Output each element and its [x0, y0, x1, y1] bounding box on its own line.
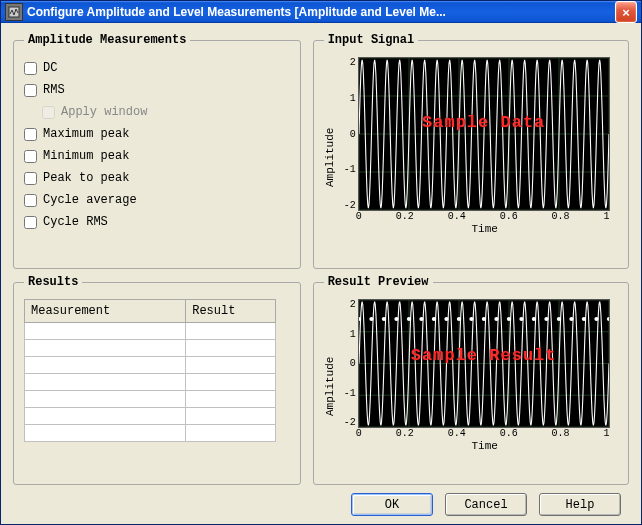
svg-point-41: [581, 317, 585, 321]
x-tick: 0: [356, 428, 362, 440]
minimum-peak-checkbox-row[interactable]: Minimum peak: [24, 145, 290, 167]
svg-point-38: [544, 317, 548, 321]
svg-point-30: [444, 317, 448, 321]
close-button[interactable]: ×: [615, 1, 637, 23]
apply-window-checkbox-row: Apply window: [42, 101, 290, 123]
y-tick: 0: [338, 129, 356, 140]
results-table[interactable]: Measurement Result: [24, 299, 276, 442]
svg-point-28: [419, 317, 423, 321]
table-row[interactable]: [25, 374, 276, 391]
x-tick: 0.6: [500, 211, 518, 223]
maximum-peak-label: Maximum peak: [43, 127, 129, 141]
svg-point-27: [406, 317, 410, 321]
minimum-peak-label: Minimum peak: [43, 149, 129, 163]
dialog-window: Configure Amplitude and Level Measuremen…: [0, 0, 642, 525]
result-preview-legend: Result Preview: [324, 275, 433, 289]
input-signal-chart: Amplitude210-1-2Sample Data00.20.40.60.8…: [324, 57, 610, 237]
results-tbody: [25, 323, 276, 442]
input-signal-group: Input Signal Amplitude210-1-2Sample Data…: [313, 33, 629, 269]
x-axis-label: Time: [338, 223, 610, 237]
plot-area: Sample Data: [358, 57, 610, 211]
svg-point-32: [469, 317, 473, 321]
result-preview-group: Result Preview Amplitude210-1-2Sample Re…: [313, 275, 629, 485]
window-title: Configure Amplitude and Level Measuremen…: [27, 5, 615, 19]
rms-label: RMS: [43, 83, 65, 97]
x-tick: 0.8: [552, 211, 570, 223]
svg-point-33: [481, 317, 485, 321]
x-tick: 1: [604, 428, 610, 440]
x-tick: 0.6: [500, 428, 518, 440]
peak-to-peak-label: Peak to peak: [43, 171, 129, 185]
results-header-measurement[interactable]: Measurement: [25, 300, 186, 323]
y-tick: 1: [338, 93, 356, 104]
svg-point-36: [519, 317, 523, 321]
minimum-peak-checkbox[interactable]: [24, 150, 37, 163]
amplitude-measurements-group: Amplitude Measurements DC RMS Apply wind…: [13, 33, 301, 269]
results-legend: Results: [24, 275, 82, 289]
y-tick: 2: [338, 299, 356, 310]
y-tick: -2: [338, 417, 356, 428]
y-tick: 0: [338, 358, 356, 369]
svg-point-25: [381, 317, 385, 321]
table-row[interactable]: [25, 323, 276, 340]
table-row[interactable]: [25, 357, 276, 374]
results-header-result[interactable]: Result: [186, 300, 276, 323]
svg-point-40: [569, 317, 573, 321]
apply-window-label: Apply window: [61, 105, 147, 119]
y-axis-label: Amplitude: [324, 299, 338, 454]
cycle-average-checkbox-row[interactable]: Cycle average: [24, 189, 290, 211]
peak-to-peak-checkbox[interactable]: [24, 172, 37, 185]
dc-label: DC: [43, 61, 57, 75]
app-icon: [5, 3, 23, 21]
ok-button[interactable]: OK: [351, 493, 433, 516]
svg-point-37: [531, 317, 535, 321]
svg-point-24: [369, 317, 373, 321]
svg-point-29: [431, 317, 435, 321]
svg-point-34: [494, 317, 498, 321]
plot-area: Sample Result: [358, 299, 610, 428]
table-row[interactable]: [25, 391, 276, 408]
table-row[interactable]: [25, 425, 276, 442]
cycle-average-checkbox[interactable]: [24, 194, 37, 207]
titlebar[interactable]: Configure Amplitude and Level Measuremen…: [1, 1, 641, 23]
maximum-peak-checkbox[interactable]: [24, 128, 37, 141]
cycle-average-label: Cycle average: [43, 193, 137, 207]
x-tick: 0.4: [448, 211, 466, 223]
maximum-peak-checkbox-row[interactable]: Maximum peak: [24, 123, 290, 145]
x-axis-label: Time: [338, 440, 610, 454]
cycle-rms-checkbox[interactable]: [24, 216, 37, 229]
dc-checkbox-row[interactable]: DC: [24, 57, 290, 79]
x-tick: 1: [604, 211, 610, 223]
dc-checkbox[interactable]: [24, 62, 37, 75]
rms-checkbox[interactable]: [24, 84, 37, 97]
y-tick: -2: [338, 200, 356, 211]
y-axis-label: Amplitude: [324, 57, 338, 237]
cycle-rms-checkbox-row[interactable]: Cycle RMS: [24, 211, 290, 233]
client-area: Amplitude Measurements DC RMS Apply wind…: [1, 23, 641, 525]
x-tick: 0.2: [396, 211, 414, 223]
y-tick: 2: [338, 57, 356, 68]
apply-window-checkbox: [42, 106, 55, 119]
svg-point-31: [456, 317, 460, 321]
svg-point-39: [556, 317, 560, 321]
svg-point-35: [506, 317, 510, 321]
amplitude-measurements-legend: Amplitude Measurements: [24, 33, 190, 47]
cancel-button[interactable]: Cancel: [445, 493, 527, 516]
svg-point-43: [606, 317, 608, 321]
peak-to-peak-checkbox-row[interactable]: Peak to peak: [24, 167, 290, 189]
dialog-button-row: OK Cancel Help: [13, 485, 629, 518]
x-tick: 0.2: [396, 428, 414, 440]
rms-checkbox-row[interactable]: RMS: [24, 79, 290, 101]
svg-point-26: [394, 317, 398, 321]
x-tick: 0: [356, 211, 362, 223]
input-signal-legend: Input Signal: [324, 33, 418, 47]
table-row[interactable]: [25, 408, 276, 425]
y-tick: -1: [338, 388, 356, 399]
cycle-rms-label: Cycle RMS: [43, 215, 108, 229]
svg-point-42: [594, 317, 598, 321]
y-tick: -1: [338, 164, 356, 175]
x-tick: 0.8: [552, 428, 570, 440]
help-button[interactable]: Help: [539, 493, 621, 516]
results-group: Results Measurement Result: [13, 275, 301, 485]
table-row[interactable]: [25, 340, 276, 357]
